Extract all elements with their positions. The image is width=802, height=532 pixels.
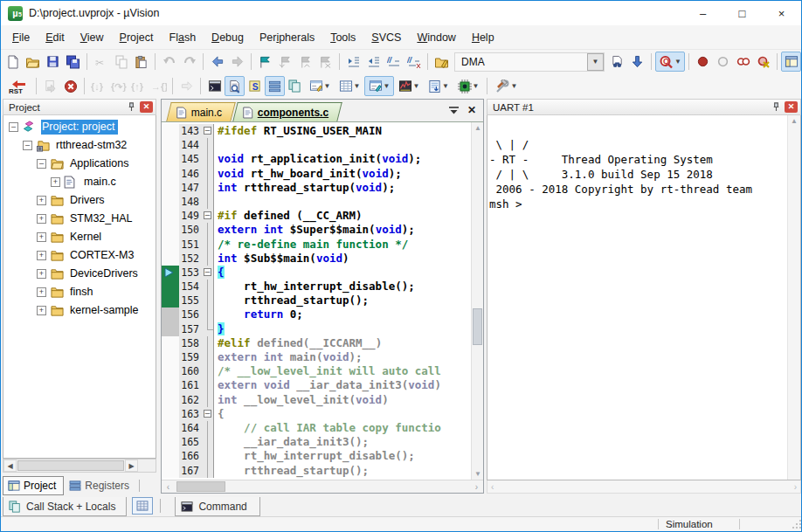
find-button[interactable]	[607, 52, 627, 72]
breakpoint-margin[interactable]	[162, 223, 179, 237]
menu-debug[interactable]: Debug	[204, 28, 252, 47]
scroll-up-icon[interactable]: ▲	[788, 117, 800, 125]
disassembly-window-button[interactable]	[225, 76, 245, 96]
tree-item-project-project[interactable]: –Project: project	[3, 118, 156, 136]
close-document-icon[interactable]: ✕	[467, 104, 476, 116]
indent-button[interactable]	[343, 52, 363, 72]
menu-help[interactable]: Help	[464, 28, 502, 47]
close-button[interactable]: ×	[762, 1, 801, 25]
breakpoint-margin[interactable]	[162, 138, 179, 152]
window-layout-button[interactable]	[781, 52, 801, 72]
tab-command[interactable]: Command	[175, 497, 260, 516]
tab-list-icon[interactable]	[449, 102, 459, 118]
pin-icon[interactable]	[125, 101, 138, 113]
menu-view[interactable]: View	[73, 28, 112, 47]
open-folder-button[interactable]	[23, 52, 43, 72]
project-tree[interactable]: –Project: project–rtthread-stm32–Applica…	[3, 115, 156, 459]
step-out-button[interactable]: {↑}	[128, 76, 149, 96]
tree-item-kernel[interactable]: +Kernel	[3, 228, 156, 246]
scroll-right-icon[interactable]: ›	[470, 480, 483, 493]
command-window-button[interactable]	[204, 76, 225, 96]
project-hscrollbar[interactable]: ◀ ▶	[3, 459, 156, 473]
scroll-left-icon[interactable]: ‹	[162, 480, 175, 493]
chevron-down-icon[interactable]: ▼	[587, 53, 604, 71]
save-button[interactable]	[43, 52, 63, 72]
paste-button[interactable]	[131, 52, 151, 72]
breakpoint-margin[interactable]	[162, 294, 179, 307]
menu-flash[interactable]: Flash	[162, 28, 204, 47]
tree-item-rtthread-stm32[interactable]: –rtthread-stm32	[3, 136, 156, 155]
breakpoint-margin[interactable]	[162, 252, 179, 266]
bookmark-clear-button[interactable]	[315, 52, 335, 72]
expander-icon[interactable]: +	[51, 177, 60, 187]
breakpoint-margin[interactable]	[162, 322, 179, 336]
system-viewer-button[interactable]: ▼	[453, 76, 483, 96]
new-file-button[interactable]	[3, 52, 23, 72]
expander-icon[interactable]: +	[37, 306, 46, 315]
maximize-button[interactable]: □	[722, 1, 762, 25]
breakpoint-margin[interactable]	[162, 350, 179, 364]
breakpoint-margin[interactable]	[162, 195, 179, 209]
menu-window[interactable]: Window	[409, 28, 463, 47]
current-statement-arrow-icon[interactable]	[162, 266, 179, 280]
tree-item-stm32-hal[interactable]: +STM32_HAL	[3, 210, 156, 228]
run-button[interactable]	[40, 76, 60, 96]
breakpoint-disable-all-button[interactable]	[733, 52, 753, 72]
breakpoint-margin[interactable]	[162, 407, 179, 421]
find-in-files-button[interactable]	[432, 52, 452, 72]
breakpoint-margin[interactable]	[162, 181, 179, 195]
breakpoint-margin[interactable]	[162, 167, 179, 181]
menu-peripherals[interactable]: Peripherals	[252, 28, 322, 47]
breakpoint-margin[interactable]	[162, 209, 179, 223]
uart-console[interactable]: \ | / - RT - Thread Operating System / |…	[487, 115, 801, 480]
fold-toggle-icon[interactable]: –	[202, 407, 214, 421]
watch-windows-button[interactable]: ▼	[305, 76, 335, 96]
expander-icon[interactable]: +	[37, 196, 46, 205]
menu-edit[interactable]: Edit	[38, 28, 73, 47]
scroll-left-icon[interactable]: ‹	[491, 482, 494, 492]
bookmark-toggle-button[interactable]	[255, 52, 275, 72]
outdent-button[interactable]	[363, 52, 384, 72]
memory-keypad-button[interactable]	[132, 497, 153, 515]
reset-cpu-button[interactable]: RST	[3, 76, 32, 96]
tree-item-drivers[interactable]: +Drivers	[3, 191, 156, 210]
scroll-right-icon[interactable]: ▶	[125, 459, 138, 472]
breakpoint-margin[interactable]	[162, 393, 179, 407]
memory-windows-button[interactable]: ▼	[335, 76, 364, 96]
step-into-button[interactable]: {↓}	[88, 76, 108, 96]
tree-item-finsh[interactable]: +finsh	[3, 283, 156, 301]
project-close-icon[interactable]: ✕	[140, 101, 153, 113]
navigate-back-button[interactable]	[207, 52, 227, 72]
scroll-right-icon[interactable]: ›	[794, 482, 797, 492]
tree-item-main-c[interactable]: +main.c	[3, 173, 156, 191]
breakpoint-margin[interactable]	[162, 307, 179, 321]
scroll-up-icon[interactable]: ▲	[472, 124, 483, 132]
q-search-button[interactable]: Q▼	[655, 52, 685, 72]
copy-button[interactable]	[111, 52, 131, 72]
step-over-button[interactable]: {↷}	[108, 76, 128, 96]
breakpoint-margin[interactable]	[162, 124, 179, 138]
code-editor[interactable]: 143–#ifdef RT_USING_USER_MAIN144145void …	[162, 122, 471, 480]
expander-icon[interactable]: +	[37, 214, 46, 224]
expander-icon[interactable]: +	[37, 232, 46, 242]
fold-toggle-icon[interactable]: –	[202, 209, 214, 223]
tab-callstack-locals[interactable]: Call Stack + Locals	[3, 497, 127, 516]
breakpoint-margin[interactable]	[162, 280, 179, 294]
navigate-forward-button[interactable]	[227, 52, 247, 72]
fold-toggle-icon[interactable]: –	[202, 124, 214, 138]
breakpoint-insert-button[interactable]	[693, 52, 713, 72]
tab-registers[interactable]: Registers	[64, 476, 137, 495]
uart-hscrollbar[interactable]: ‹ ›	[487, 480, 801, 494]
show-next-statement-button[interactable]	[176, 76, 197, 96]
tree-item-cortex-m3[interactable]: +CORTEX-M3	[3, 246, 156, 265]
tree-item-applications[interactable]: –Applications	[3, 155, 156, 173]
editor-hscrollbar[interactable]: ‹ ›	[162, 480, 483, 493]
uart-close-icon[interactable]: ✕	[785, 101, 798, 113]
toolbox-button[interactable]: ▼	[491, 76, 521, 96]
breakpoint-margin[interactable]	[162, 378, 179, 392]
scroll-left-icon[interactable]: ◀	[3, 459, 17, 472]
minimize-button[interactable]: –	[683, 1, 722, 25]
uncomment-button[interactable]: //	[404, 52, 424, 72]
scroll-down-icon[interactable]: ▼	[472, 470, 483, 478]
expander-icon[interactable]: –	[9, 122, 18, 132]
